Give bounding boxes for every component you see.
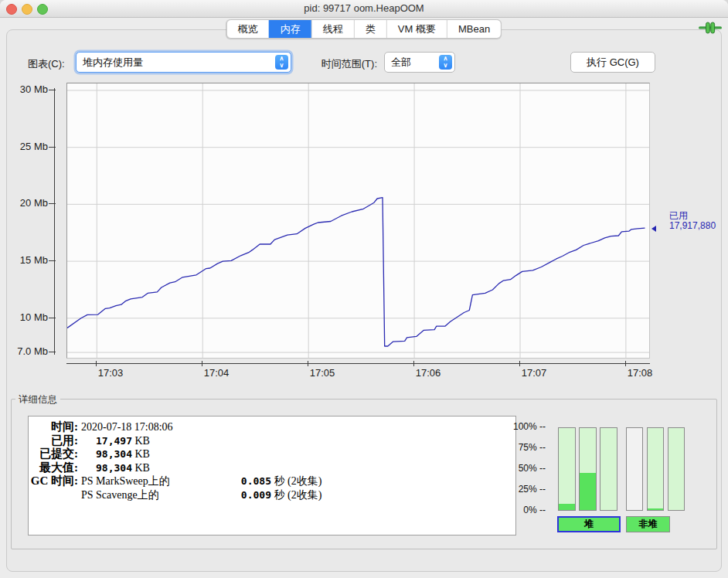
gc-collector-name: PS MarkSweep上的: [81, 474, 197, 488]
gauge-scale-label: 50% --: [496, 463, 546, 474]
detail-value: 2020-07-18 17:08:06: [81, 421, 173, 433]
x-tick-mark: [202, 361, 202, 366]
y-tick-mark: [49, 260, 56, 261]
detail-row: 最大值:98,304 KB: [29, 461, 515, 474]
y-axis-line: [54, 88, 55, 355]
gauge-fill: [580, 473, 596, 510]
detail-row: 时间:2020-07-18 17:08:06: [29, 420, 515, 434]
heap-pool-bar-0: [558, 427, 576, 511]
tab-2[interactable]: 线程: [311, 20, 354, 38]
detail-label: 已提交:: [29, 447, 78, 461]
jconsole-window: pid: 99717 oom.HeapOOM 概览内存线程类VM 概要MBean…: [0, 0, 728, 578]
nonheap-pool-bar-1: [647, 427, 664, 511]
x-tick-label: 17:05: [299, 367, 345, 379]
time-range-label: 时间范围(T):: [306, 57, 377, 71]
detail-label: GC 时间:: [29, 474, 78, 488]
y-tick-label: 20 Mb: [0, 197, 48, 209]
memory-chart-plot[interactable]: [66, 83, 650, 359]
y-tick-mark: [49, 147, 56, 148]
detail-row: 已用:17,497 KB: [29, 434, 515, 447]
y-tick-label: 30 Mb: [0, 83, 48, 95]
x-tick-mark: [413, 361, 414, 366]
x-tick-mark: [625, 361, 626, 366]
time-range-select[interactable]: 全部 ∧∨: [384, 52, 455, 73]
detail-row: GC 时间:PS MarkSweep上的0.085 秒 (2收集): [29, 474, 515, 488]
x-tick-label: 17:04: [193, 367, 240, 379]
detail-number: 0.085: [197, 474, 271, 488]
y-tick-label: 25 Mb: [0, 141, 48, 152]
perform-gc-button[interactable]: 执行 GC(G): [570, 52, 655, 73]
window-title: pid: 99717 oom.HeapOOM: [0, 0, 728, 17]
gauge-scale-label: 0% --: [496, 505, 546, 515]
y-tick-label: 15 Mb: [0, 254, 48, 266]
x-tick-mark: [96, 361, 97, 366]
chart-select-value: 堆内存使用量: [83, 53, 143, 72]
heap-pool-bar-1: [579, 427, 597, 511]
chevron-up-down-icon[interactable]: ∧∨: [275, 55, 288, 70]
y-tick-mark: [49, 90, 56, 90]
detail-unit: 秒 (2收集): [271, 489, 321, 501]
series-annotation: 已用 17,917,880: [669, 211, 716, 231]
detail-row: 已提交:98,304 KB: [29, 447, 515, 461]
x-tick-mark: [519, 361, 520, 366]
tab-3[interactable]: 类: [354, 20, 386, 38]
detail-unit: 秒 (2收集): [271, 475, 321, 487]
y-tick-label: 10 Mb: [0, 311, 48, 323]
y-tick-mark: [49, 352, 56, 352]
detail-number: 98,304: [78, 447, 132, 461]
details-group-title: 详细信息: [15, 393, 60, 406]
nonheap-pool-bar-0: [626, 427, 643, 511]
x-tick-mark: [308, 361, 308, 366]
detail-number: 0.009: [197, 488, 271, 502]
chevron-up-down-icon[interactable]: ∧∨: [439, 55, 452, 70]
x-tick-label: 17:07: [511, 367, 557, 379]
gauge-scale-label: 25% --: [496, 484, 546, 495]
detail-unit: KB: [132, 462, 150, 474]
gauge-scale-label: 75% --: [496, 442, 546, 453]
tab-bar: 概览内存线程类VM 概要MBean: [226, 19, 502, 39]
tab-5[interactable]: MBean: [447, 20, 501, 38]
detail-number: 17,497: [78, 434, 132, 448]
detail-row: PS Scavenge上的0.009 秒 (2收集): [29, 488, 515, 502]
y-tick-label: 7.0 Mb: [0, 345, 48, 357]
connection-plug-icon: [699, 22, 722, 37]
x-tick-label: 17:03: [87, 367, 134, 379]
series-marker-arrow-icon: [651, 226, 656, 232]
series-annotation-value: 17,917,880: [669, 221, 716, 231]
time-range-value: 全部: [391, 53, 411, 72]
detail-unit: KB: [132, 435, 150, 447]
x-tick-label: 17:08: [617, 367, 663, 379]
detail-unit: KB: [132, 448, 150, 460]
chart-select-label: 图表(C):: [28, 57, 65, 71]
heap-pool-bar-2: [600, 427, 617, 511]
tab-1[interactable]: 内存: [269, 20, 311, 38]
gauge-fill: [648, 508, 663, 510]
titlebar[interactable]: pid: 99717 oom.HeapOOM: [0, 0, 728, 18]
nonheap-pool-bar-2: [668, 427, 685, 511]
nonheap-button-label: 非堆: [627, 517, 669, 532]
gc-collector-name: PS Scavenge上的: [81, 488, 197, 502]
detail-label: 最大值:: [29, 461, 78, 475]
y-tick-mark: [49, 203, 56, 204]
tab-4[interactable]: VM 概要: [386, 20, 447, 38]
detail-number: 98,304: [78, 461, 132, 475]
heap-button-label: 堆: [559, 518, 619, 531]
chart-select[interactable]: 堆内存使用量 ∧∨: [76, 52, 291, 73]
detail-label: 时间:: [29, 420, 78, 434]
tab-0[interactable]: 概览: [227, 20, 269, 38]
details-panel: 时间:2020-07-18 17:08:06已用:17,497 KB已提交:98…: [28, 416, 516, 536]
x-axis-line: [66, 363, 650, 364]
detail-label: 已用:: [29, 434, 78, 448]
nonheap-button[interactable]: 非堆: [626, 516, 670, 532]
x-tick-label: 17:06: [405, 367, 451, 379]
y-tick-mark: [49, 318, 56, 318]
gauge-scale-label: 100% --: [496, 421, 546, 432]
gauge-fill: [559, 504, 575, 510]
heap-button[interactable]: 堆: [557, 516, 621, 532]
